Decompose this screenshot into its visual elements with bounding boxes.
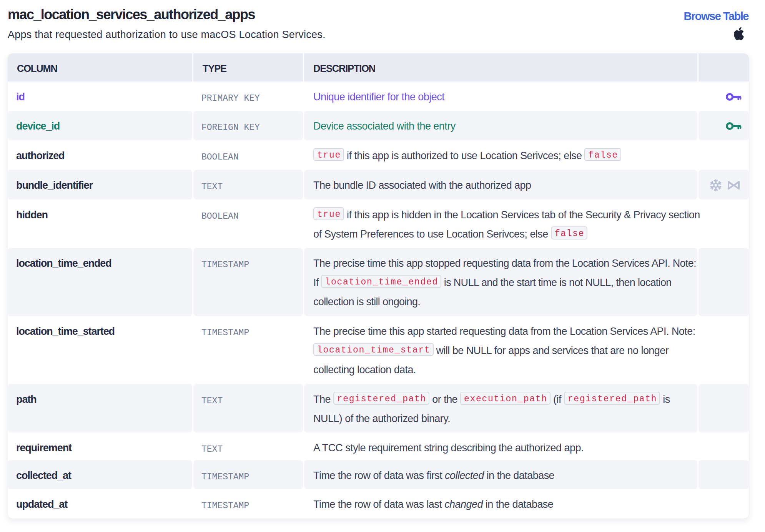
key-green-icon	[726, 116, 742, 136]
table-row: requirementTEXTA TCC style requirement s…	[8, 432, 749, 460]
cell-column-description: true if this app is authorized to use Lo…	[304, 140, 697, 170]
column-type: BOOLEAN	[201, 211, 239, 221]
table-row: location_time_endedTIMESTAMPThe precise …	[8, 248, 749, 316]
table-row: authorizedBOOLEANtrue if this app is aut…	[8, 140, 749, 170]
cell-column-name: location_time_started	[8, 316, 192, 384]
cell-row-icons	[698, 432, 749, 462]
emphasized-word: collected	[445, 470, 484, 481]
column-type: BOOLEAN	[201, 152, 239, 162]
table-row: device_idFOREIGN KEYDevice associated wi…	[8, 111, 749, 140]
table-rows: idPRIMARY KEYUnique identifier for the o…	[8, 81, 749, 519]
cell-column-name: location_time_ended	[8, 248, 192, 316]
column-description: Time the row of data was first collected…	[313, 470, 554, 481]
cell-column-type: TIMESTAMP	[193, 489, 303, 519]
column-description: The precise time this app stopped reques…	[313, 258, 696, 308]
column-description: A TCC style requirement string describin…	[313, 442, 584, 454]
column-description: Unique identifier for the object	[313, 91, 444, 103]
cell-column-description: The bundle ID associated with the author…	[304, 170, 697, 200]
column-type: TIMESTAMP	[201, 472, 249, 482]
column-description: true if this app is hidden in the Locati…	[313, 209, 700, 240]
column-name: requirement	[16, 442, 72, 454]
column-type: TIMESTAMP	[201, 328, 249, 338]
code-chip: location_time_ended	[321, 275, 441, 288]
cell-column-description: Unique identifier for the object	[304, 81, 697, 111]
column-name: location_time_started	[16, 326, 115, 337]
cell-row-icons	[698, 460, 749, 489]
cell-column-description: Time the row of data was last changed in…	[304, 489, 697, 519]
key-purple-icon	[726, 87, 742, 106]
bowtie-icon	[727, 176, 740, 195]
table-row: collected_atTIMESTAMPTime the row of dat…	[8, 460, 749, 489]
table-header-row: COLUMN TYPE DESCRIPTION	[8, 53, 749, 81]
cell-row-icons	[698, 489, 749, 519]
cell-column-description: Time the row of data was first collected…	[304, 460, 697, 489]
code-chip: execution_path	[460, 392, 550, 405]
header-type: TYPE	[193, 53, 303, 81]
code-chip: location_time_start	[313, 343, 434, 356]
column-type: TEXT	[201, 182, 223, 192]
cell-column-name: authorized	[8, 140, 192, 170]
column-description: The bundle ID associated with the author…	[313, 180, 531, 191]
column-name: path	[16, 394, 37, 405]
cell-column-description: true if this app is hidden in the Locati…	[304, 200, 697, 248]
cell-row-icons	[698, 81, 749, 111]
code-chip: registered_path	[333, 392, 430, 405]
cell-column-type: TEXT	[193, 432, 303, 462]
cell-row-icons	[698, 170, 749, 200]
cell-column-description: A TCC style requirement string describin…	[304, 432, 697, 462]
column-name: id	[16, 91, 25, 103]
column-description: true if this app is authorized to use Lo…	[313, 150, 621, 161]
column-type: TIMESTAMP	[201, 260, 249, 270]
cell-column-name: path	[8, 384, 192, 432]
cell-column-type: BOOLEAN	[193, 200, 303, 248]
code-chip: true	[313, 148, 344, 161]
cell-row-icons	[698, 200, 749, 248]
cell-row-icons	[698, 248, 749, 316]
cell-column-description: Device associated with the entry	[304, 111, 697, 140]
column-name: device_id	[16, 120, 60, 132]
cell-row-icons	[698, 316, 749, 384]
cell-row-icons	[698, 111, 749, 140]
cell-column-type: TIMESTAMP	[193, 316, 303, 384]
cell-column-type: TIMESTAMP	[193, 460, 303, 489]
cell-column-name: hidden	[8, 200, 192, 248]
cell-column-name: collected_at	[8, 460, 192, 489]
cell-column-type: PRIMARY KEY	[193, 81, 303, 111]
page-subtitle: Apps that requested authorization to use…	[8, 29, 326, 41]
column-type: TIMESTAMP	[201, 501, 249, 511]
header-icons	[698, 53, 749, 81]
column-name: location_time_ended	[16, 258, 111, 269]
cell-row-icons	[698, 384, 749, 432]
column-type: PRIMARY KEY	[201, 93, 260, 103]
column-description: The registered_path or the execution_pat…	[313, 394, 670, 424]
page-header: mac_location_services_authorized_apps Br…	[8, 0, 749, 53]
column-type: TEXT	[201, 396, 223, 406]
header-column: COLUMN	[8, 53, 192, 81]
schema-page: mac_location_services_authorized_apps Br…	[0, 0, 765, 532]
table-row: bundle_identifierTEXTThe bundle ID assoc…	[8, 170, 749, 200]
code-chip: false	[584, 148, 621, 161]
cell-column-type: BOOLEAN	[193, 140, 303, 170]
column-type: FOREIGN KEY	[201, 123, 260, 133]
cell-column-description: The registered_path or the execution_pat…	[304, 384, 697, 432]
table-row: location_time_startedTIMESTAMPThe precis…	[8, 316, 749, 384]
table-row: hiddenBOOLEANtrue if this app is hidden …	[8, 200, 749, 248]
cell-column-name: device_id	[8, 111, 192, 140]
code-chip: false	[551, 226, 588, 239]
cell-column-name: id	[8, 81, 192, 111]
browse-table-link[interactable]: Browse Table	[684, 10, 748, 23]
cell-column-type: TEXT	[193, 384, 303, 432]
cell-row-icons	[698, 140, 749, 170]
cell-column-type: TEXT	[193, 170, 303, 200]
cell-column-name: bundle_identifier	[8, 170, 192, 200]
column-type: TEXT	[201, 444, 223, 454]
column-name: collected_at	[16, 470, 71, 481]
cell-column-name: requirement	[8, 432, 192, 462]
column-name: updated_at	[16, 499, 67, 510]
column-description: Device associated with the entry	[313, 120, 456, 132]
page-title: mac_location_services_authorized_apps	[8, 7, 255, 23]
emphasized-word: changed	[444, 499, 483, 510]
apple-icon	[734, 26, 744, 41]
table-row: idPRIMARY KEYUnique identifier for the o…	[8, 81, 749, 111]
snowflake-icon	[710, 176, 722, 195]
